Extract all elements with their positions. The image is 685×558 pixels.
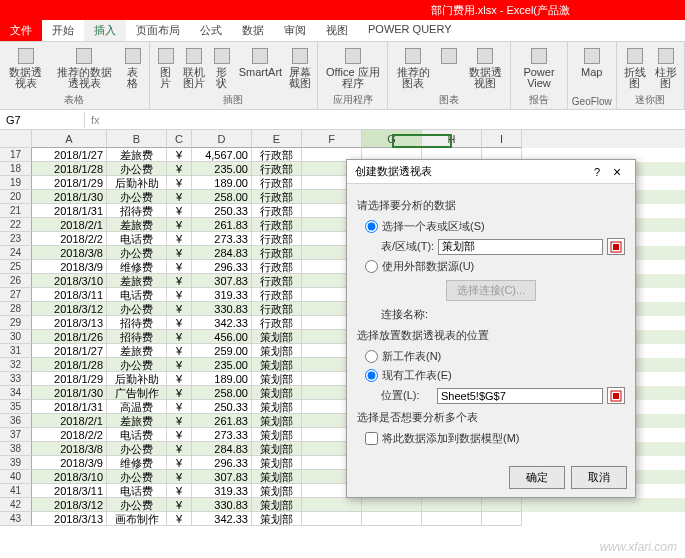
cell[interactable]: 2018/3/8 xyxy=(32,442,107,456)
cell[interactable]: 广告制作 xyxy=(107,386,167,400)
cell[interactable]: ¥ xyxy=(167,204,192,218)
cell[interactable]: 维修费 xyxy=(107,456,167,470)
row-header[interactable]: 20 xyxy=(0,190,32,204)
cell[interactable]: 行政部 xyxy=(252,190,302,204)
row-header[interactable]: 38 xyxy=(0,442,32,456)
cell[interactable]: ¥ xyxy=(167,484,192,498)
cell[interactable]: 办公费 xyxy=(107,302,167,316)
cell[interactable]: 235.00 xyxy=(192,358,252,372)
location-picker-icon[interactable] xyxy=(607,387,625,404)
cell[interactable]: 招待费 xyxy=(107,316,167,330)
cell[interactable]: ¥ xyxy=(167,344,192,358)
cell[interactable]: 2018/1/31 xyxy=(32,204,107,218)
cell[interactable]: 行政部 xyxy=(252,218,302,232)
cell[interactable]: ¥ xyxy=(167,288,192,302)
cell[interactable] xyxy=(422,512,482,526)
cell[interactable]: 2018/1/30 xyxy=(32,386,107,400)
radio-select-range-input[interactable] xyxy=(365,220,378,233)
row-header[interactable]: 21 xyxy=(0,204,32,218)
cell[interactable]: 差旅费 xyxy=(107,414,167,428)
row-header[interactable]: 19 xyxy=(0,176,32,190)
cell[interactable]: 差旅费 xyxy=(107,344,167,358)
cell[interactable]: ¥ xyxy=(167,246,192,260)
row-header[interactable]: 39 xyxy=(0,456,32,470)
name-box[interactable]: G7 xyxy=(0,112,85,128)
cell[interactable]: 319.33 xyxy=(192,288,252,302)
cell[interactable]: 策划部 xyxy=(252,428,302,442)
cell[interactable]: 策划部 xyxy=(252,484,302,498)
cell[interactable]: 办公费 xyxy=(107,442,167,456)
cell[interactable]: 行政部 xyxy=(252,204,302,218)
cell[interactable]: 策划部 xyxy=(252,372,302,386)
cell[interactable]: 307.83 xyxy=(192,274,252,288)
ribbon-tables-item[interactable]: 推荐的数据透视表 xyxy=(51,44,118,91)
cell[interactable]: 后勤补助 xyxy=(107,372,167,386)
col-header-G[interactable]: G xyxy=(362,130,422,148)
cell[interactable]: 250.33 xyxy=(192,204,252,218)
ribbon-charts-item[interactable]: 推荐的图表 xyxy=(392,44,434,91)
cell[interactable]: 策划部 xyxy=(252,442,302,456)
cell[interactable]: 行政部 xyxy=(252,302,302,316)
cell[interactable] xyxy=(482,498,522,512)
cell[interactable]: ¥ xyxy=(167,414,192,428)
help-icon[interactable]: ? xyxy=(587,166,607,178)
cell[interactable]: 189.00 xyxy=(192,176,252,190)
cell[interactable]: 行政部 xyxy=(252,176,302,190)
cell[interactable]: 差旅费 xyxy=(107,274,167,288)
cell[interactable]: 2018/1/28 xyxy=(32,358,107,372)
cell[interactable]: ¥ xyxy=(167,372,192,386)
tab-home[interactable]: 开始 xyxy=(42,20,84,41)
row-header[interactable]: 29 xyxy=(0,316,32,330)
formula-bar[interactable] xyxy=(106,118,685,122)
cell[interactable]: 差旅费 xyxy=(107,218,167,232)
row-header[interactable]: 23 xyxy=(0,232,32,246)
tab-data[interactable]: 数据 xyxy=(232,20,274,41)
tab-view[interactable]: 视图 xyxy=(316,20,358,41)
cell[interactable]: ¥ xyxy=(167,498,192,512)
cell[interactable]: 2018/1/30 xyxy=(32,190,107,204)
row-header[interactable]: 32 xyxy=(0,358,32,372)
cell[interactable]: ¥ xyxy=(167,316,192,330)
cell[interactable]: 2018/3/12 xyxy=(32,302,107,316)
cell[interactable]: 296.33 xyxy=(192,456,252,470)
checkbox-data-model-input[interactable] xyxy=(365,432,378,445)
row-header[interactable]: 17 xyxy=(0,148,32,162)
tab-powerquery[interactable]: POWER QUERY xyxy=(358,20,462,41)
tab-file[interactable]: 文件 xyxy=(0,20,42,41)
cell[interactable]: 维修费 xyxy=(107,260,167,274)
cell[interactable]: 策划部 xyxy=(252,344,302,358)
cancel-button[interactable]: 取消 xyxy=(571,466,627,489)
row-header[interactable]: 35 xyxy=(0,400,32,414)
close-icon[interactable]: × xyxy=(607,164,627,180)
cell[interactable]: 办公费 xyxy=(107,470,167,484)
cell[interactable]: 284.83 xyxy=(192,246,252,260)
ribbon-illus-item[interactable]: 屏幕截图 xyxy=(287,44,313,91)
cell[interactable]: 策划部 xyxy=(252,456,302,470)
cell[interactable]: ¥ xyxy=(167,302,192,316)
ribbon-spark-item[interactable]: 折线图 xyxy=(621,44,649,91)
cell[interactable]: 策划部 xyxy=(252,386,302,400)
row-header[interactable]: 34 xyxy=(0,386,32,400)
cell[interactable]: ¥ xyxy=(167,218,192,232)
cell[interactable]: 2018/1/27 xyxy=(32,344,107,358)
cell[interactable]: 261.83 xyxy=(192,414,252,428)
cell[interactable]: 330.83 xyxy=(192,302,252,316)
range-picker-icon[interactable] xyxy=(607,238,625,255)
row-header[interactable]: 22 xyxy=(0,218,32,232)
cell[interactable]: 2018/3/13 xyxy=(32,512,107,526)
cell[interactable]: ¥ xyxy=(167,162,192,176)
tab-review[interactable]: 审阅 xyxy=(274,20,316,41)
row-header[interactable]: 18 xyxy=(0,162,32,176)
ribbon-apps-item[interactable]: Office 应用程序 xyxy=(322,44,383,91)
cell[interactable]: 2018/3/12 xyxy=(32,498,107,512)
col-header-F[interactable]: F xyxy=(302,130,362,148)
cell[interactable]: 2018/1/26 xyxy=(32,330,107,344)
radio-new-sheet[interactable]: 新工作表(N) xyxy=(365,349,625,364)
radio-existing-sheet[interactable]: 现有工作表(E) xyxy=(365,368,625,383)
cell[interactable]: 235.00 xyxy=(192,162,252,176)
cell[interactable]: 2018/2/1 xyxy=(32,218,107,232)
cell[interactable]: 2018/1/29 xyxy=(32,372,107,386)
cell[interactable]: 2018/1/29 xyxy=(32,176,107,190)
cell[interactable]: ¥ xyxy=(167,512,192,526)
cell[interactable]: 策划部 xyxy=(252,358,302,372)
